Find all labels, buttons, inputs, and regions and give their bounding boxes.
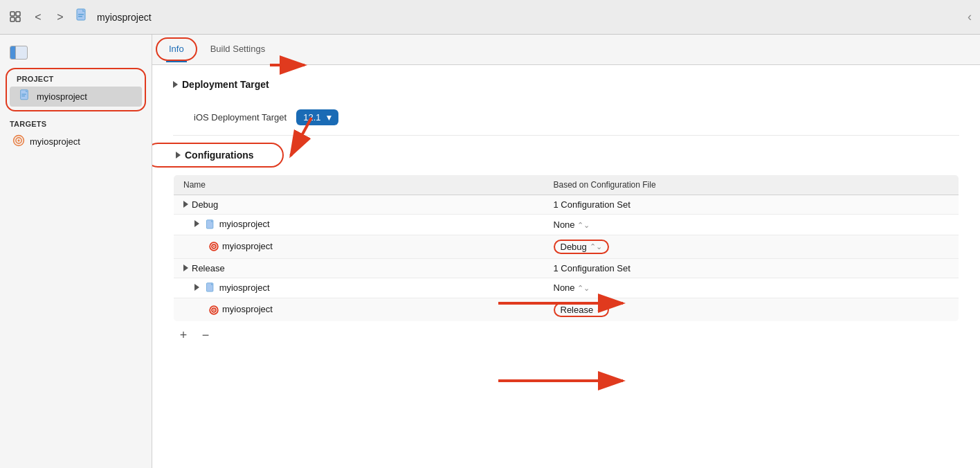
configurations-triangle [176, 152, 181, 159]
svg-point-19 [213, 246, 215, 247]
grid-icon [8, 10, 24, 25]
row-name-release-group: Release [174, 258, 544, 278]
debug-sub-triangle [194, 220, 199, 227]
sidebar-panel-icon[interactable] [10, 46, 28, 60]
release-group-triangle [183, 264, 188, 271]
svg-point-24 [213, 309, 215, 311]
project-section-label: PROJECT [7, 72, 145, 86]
col-config-file: Based on Configuration File [544, 175, 959, 195]
release-value-circle: Release ⌄ [554, 303, 610, 317]
deployment-value: 12.1 [303, 112, 320, 123]
row-name-debug-subsub: myiosproject [174, 235, 544, 258]
row-config-debug-sub: None ⌃⌄ [544, 215, 959, 235]
svg-rect-10 [21, 94, 26, 95]
tab-build-settings[interactable]: Build Settings [208, 37, 269, 62]
row-name-debug-group: Debug [174, 195, 544, 215]
configurations-header: Configurations [173, 150, 257, 161]
row-config-release-subsub: Release ⌄ [544, 298, 959, 322]
top-bar-right: ‹ [968, 10, 972, 24]
table-row: myiosproject Debug ⌃⌄ [174, 235, 959, 258]
target-icon [12, 134, 25, 149]
deployment-section-title: Deployment Target [182, 79, 269, 90]
svg-rect-6 [78, 14, 84, 15]
table-row: Debug 1 Configuration Set [174, 195, 959, 215]
targets-section-label: TARGETS [0, 117, 152, 131]
project-section-circle: PROJECT myiosproject [6, 68, 146, 111]
sidebar-project-label: myiosproject [37, 91, 87, 102]
back-button[interactable]: < [30, 10, 46, 25]
debug-group-triangle [183, 201, 188, 208]
row-config-release-group: 1 Configuration Set [544, 258, 959, 278]
target-icon-inline-release [208, 305, 219, 316]
content-area: Info Build Settings Deployment Target [152, 35, 980, 468]
deployment-label: iOS Deployment Target [194, 112, 287, 123]
svg-rect-7 [78, 16, 82, 17]
sidebar-item-target[interactable]: myiosproject [3, 132, 149, 152]
deployment-row: iOS Deployment Target 12.1 ▼ [173, 100, 959, 136]
row-config-debug-subsub: Debug ⌃⌄ [544, 235, 959, 258]
table-row: Release 1 Configuration Set [174, 258, 959, 278]
tab-bar: Info Build Settings [152, 35, 980, 65]
deployment-chevron: ▼ [325, 113, 333, 123]
target-icon-inline-debug [208, 241, 219, 252]
forward-button[interactable]: > [53, 10, 68, 25]
svg-rect-0 [10, 12, 15, 16]
tab-info[interactable]: Info [166, 37, 187, 62]
row-config-debug-group: 1 Configuration Set [544, 195, 959, 215]
targets-section: TARGETS myiosproject [0, 117, 152, 152]
table-row: myiosproject Release ⌄ [174, 298, 959, 322]
configurations-section: Configurations Name Based on Configurati… [173, 150, 959, 348]
sidebar-target-label: myiosproject [30, 136, 80, 147]
remove-config-button[interactable]: − [198, 327, 213, 343]
deployment-section: Deployment Target iOS Deployment Target … [173, 79, 959, 136]
project-icon [19, 89, 32, 104]
col-name: Name [174, 175, 544, 195]
svg-rect-1 [16, 12, 20, 16]
table-footer: + − [173, 322, 959, 348]
row-name-release-subsub: myiosproject [174, 298, 544, 322]
deployment-triangle [173, 81, 178, 88]
svg-point-14 [17, 139, 19, 141]
sidebar: PROJECT myiosproject TARGETS [0, 35, 152, 468]
deployment-section-header: Deployment Target [173, 79, 959, 90]
sidebar-item-project[interactable]: myiosproject [10, 87, 142, 107]
row-name-debug-sub: myiosproject [174, 215, 544, 235]
row-name-release-sub: myiosproject [174, 278, 544, 298]
config-table: Name Based on Configuration File Debug 1… [173, 174, 959, 322]
add-config-button[interactable]: + [176, 327, 191, 343]
table-row: myiosproject None ⌃⌄ [174, 278, 959, 298]
project-title: myiosproject [97, 12, 152, 23]
project-file-icon [75, 8, 90, 26]
row-config-release-sub: None ⌃⌄ [544, 278, 959, 298]
configurations-title: Configurations [185, 150, 254, 161]
svg-rect-3 [16, 17, 20, 21]
deployment-select[interactable]: 12.1 ▼ [296, 109, 338, 125]
debug-value-circle: Debug ⌃⌄ [554, 240, 609, 254]
svg-rect-11 [21, 96, 25, 96]
top-bar: < > myiosproject ‹ [0, 0, 980, 35]
project-file-icon-inline [206, 219, 217, 231]
svg-rect-2 [10, 17, 15, 21]
table-row: myiosproject None ⌃⌄ [174, 215, 959, 235]
content-body: Deployment Target iOS Deployment Target … [152, 65, 980, 468]
project-file-icon-inline-2 [206, 282, 217, 294]
release-sub-triangle [194, 284, 199, 291]
